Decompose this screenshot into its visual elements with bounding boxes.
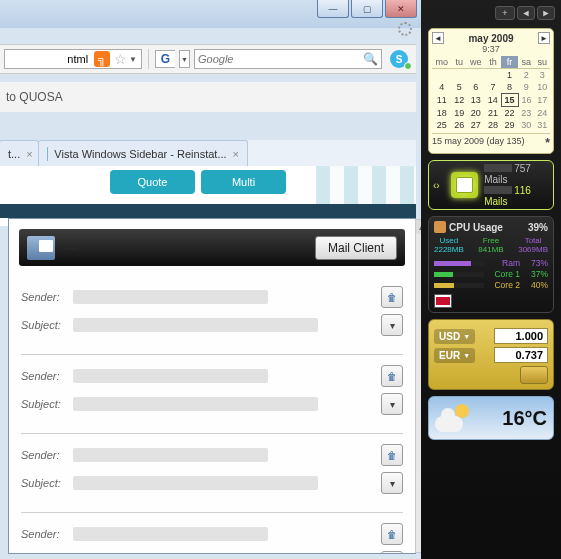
calendar-day[interactable]: 20 [467,107,485,120]
calendar-title: may 2009 [468,33,513,44]
calendar-time: 9:37 [432,44,550,54]
cpu-gadget: CPU Usage 39% Used2228MB Free841MB Total… [428,216,554,313]
sidebar-next-button[interactable]: ► [537,6,555,20]
calendar-day[interactable]: 5 [451,81,467,94]
sender-label: Sender: [21,370,69,382]
mail-item: Sender:🗑Subject:▾ [21,355,403,434]
calendar-day[interactable]: 24 [534,107,550,120]
cpu-bar-label: Core 2 [488,280,520,290]
currency-a-select[interactable]: USD▼ [434,329,475,344]
calendar-day[interactable]: 27 [467,119,485,131]
add-gadget-button[interactable]: + [495,6,515,20]
mail-account-label [65,246,77,250]
calendar-day [451,69,467,82]
calendar-day [432,69,451,82]
calendar-day[interactable]: 21 [485,107,501,120]
favorite-star-icon[interactable]: ☆ [114,51,127,67]
mail-client-popup: ▲ Mail Client Sender:🗑Subject:▾Sender:🗑S… [8,218,416,554]
calendar-day[interactable]: 30 [518,119,534,131]
page-button-quote[interactable]: Quote [110,170,195,194]
calendar-day[interactable]: 19 [451,107,467,120]
calendar-day[interactable]: 8 [501,81,518,94]
rss-icon[interactable]: ╗ [94,51,110,67]
expand-mail-button[interactable]: ▾ [381,314,403,336]
bookmark-fragment[interactable]: to QUOSA [6,90,63,104]
search-engine-button[interactable]: G [155,50,175,68]
close-button[interactable]: ✕ [385,0,417,18]
maximize-button[interactable]: ▢ [351,0,383,18]
calendar-prev-button[interactable]: ◄ [432,32,444,44]
calendar-day[interactable]: 14 [485,94,501,107]
search-box: 🔍 [194,49,382,69]
skype-button[interactable]: S [386,48,412,70]
close-tab-icon[interactable]: × [233,148,239,160]
calendar-day [467,69,485,82]
cpu-bar-row: Ram73% [434,258,548,268]
subject-label: Subject: [21,398,69,410]
weather-gadget[interactable]: 16°C [428,396,554,440]
calendar-day[interactable]: 7 [485,81,501,94]
delete-mail-button[interactable]: 🗑 [381,523,403,545]
calendar-day[interactable]: 23 [518,107,534,120]
calendar-day[interactable]: 28 [485,119,501,131]
loading-spinner-icon [398,22,412,36]
calendar-day[interactable]: 31 [534,119,550,131]
calendar-day[interactable]: 15 [501,94,518,107]
mem-used-label: Used [440,236,459,245]
calendar-grid: motuwethfrsasu12345678910111213141516171… [432,56,550,131]
cpu-bar-pct: 40% [524,280,548,290]
delete-mail-button[interactable]: 🗑 [381,444,403,466]
sender-label: Sender: [21,528,69,540]
calendar-day[interactable]: 18 [432,107,451,120]
tab-main[interactable]: Vista Windows Sidebar - Reinstat... × [38,140,248,166]
address-bar[interactable]: ntml ╗ ☆ ▼ [4,49,142,69]
calendar-next-button[interactable]: ► [538,32,550,44]
tab-label: t... [8,148,20,160]
cpu-chip-icon [434,221,446,233]
delete-mail-button[interactable]: 🗑 [381,365,403,387]
address-dropdown-icon[interactable]: ▼ [129,55,137,64]
mail-client-button[interactable]: Mail Client [315,236,397,260]
calendar-day[interactable]: 12 [451,94,467,107]
sidebar-prev-button[interactable]: ◄ [517,6,535,20]
calendar-day[interactable]: 13 [467,94,485,107]
page-button-multi[interactable]: Multi [201,170,286,194]
calendar-day[interactable]: 3 [534,69,550,82]
cpu-bar [434,272,484,277]
expand-mail-button[interactable]: ▾ [381,551,403,553]
currency-a-value[interactable]: 1.000 [494,328,548,344]
redacted [73,397,318,411]
delete-mail-button[interactable]: 🗑 [381,286,403,308]
cpu-total: 39% [528,222,548,233]
mem-free-label: Free [483,236,499,245]
currency-b-value[interactable]: 0.737 [494,347,548,363]
expand-mail-button[interactable]: ▾ [381,393,403,415]
minimize-button[interactable]: — [317,0,349,18]
calendar-day[interactable]: 2 [518,69,534,82]
tab-partial[interactable]: t... × [0,140,39,166]
close-tab-icon[interactable]: × [26,148,32,160]
status-online-icon [404,62,412,70]
currency-b-select[interactable]: EUR▼ [434,348,475,363]
calendar-day[interactable]: 4 [432,81,451,94]
search-icon[interactable]: 🔍 [363,52,378,66]
subject-label: Subject: [21,477,69,489]
calendar-day[interactable]: 25 [432,119,451,131]
calendar-day[interactable]: 1 [501,69,518,82]
calendar-day[interactable]: 16 [518,94,534,107]
calendar-day[interactable]: 10 [534,81,550,94]
calendar-day[interactable]: 6 [467,81,485,94]
calendar-dow: su [534,56,550,69]
search-input[interactable] [198,53,359,65]
mail-gadget[interactable]: ‹› 757 Mails 116 Mails [428,160,554,210]
calendar-day[interactable]: 26 [451,119,467,131]
cpu-bar-row: Core 240% [434,280,548,290]
calendar-day[interactable]: 11 [432,94,451,107]
calendar-day[interactable]: 29 [501,119,518,131]
expand-mail-button[interactable]: ▾ [381,472,403,494]
calendar-day[interactable]: 17 [534,94,550,107]
calendar-day[interactable]: 9 [518,81,534,94]
favicon-icon [47,147,48,161]
calendar-day[interactable]: 22 [501,107,518,120]
search-engine-dropdown-icon[interactable]: ▼ [179,50,190,68]
